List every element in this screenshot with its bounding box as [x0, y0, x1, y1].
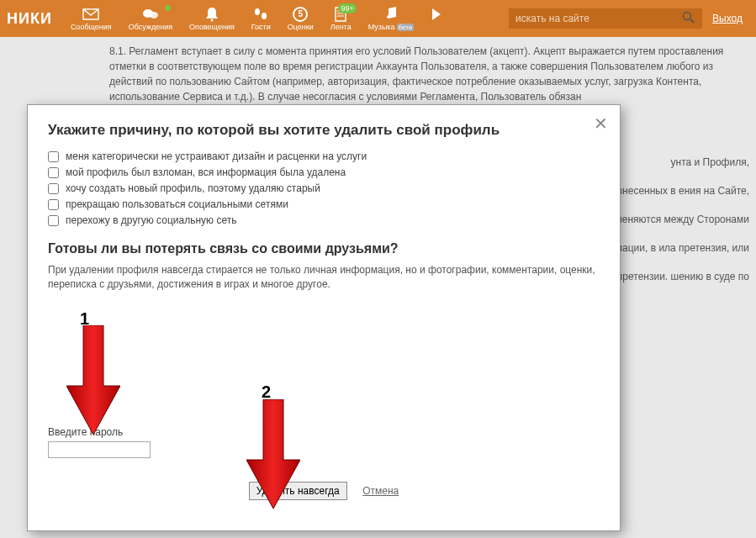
svg-point-4: [255, 8, 260, 15]
feed-badge: 99+: [338, 3, 356, 13]
nav-messages[interactable]: Сообщения: [62, 5, 120, 33]
reason-checkbox[interactable]: [48, 151, 59, 162]
music-icon: [383, 7, 399, 22]
reason-checkbox[interactable]: [48, 199, 59, 210]
search-container: Выход: [509, 8, 749, 29]
svg-point-3: [210, 18, 213, 21]
logo-fragment: НИКИ: [7, 10, 52, 28]
reason-checkbox[interactable]: [48, 167, 59, 178]
reason-label: прекращаю пользоваться социальными сетям…: [66, 198, 288, 210]
nav-label: Лента: [330, 23, 352, 31]
reason-label: меня категорически не устраивают дизайн …: [66, 150, 367, 162]
reason-option[interactable]: меня категорически не устраивают дизайн …: [48, 150, 600, 162]
reason-option[interactable]: прекращаю пользоваться социальными сетям…: [48, 198, 600, 210]
svg-line-11: [690, 19, 694, 23]
nav-notifications[interactable]: Оповещения: [181, 5, 243, 33]
nav-ratings[interactable]: 5 Оценки: [279, 5, 322, 33]
nav-guests[interactable]: Гости: [243, 5, 279, 33]
notification-dot-icon: [165, 5, 171, 11]
chat-icon: [142, 7, 159, 22]
modal-warning-text: При удалении профиля навсегда стирается …: [48, 263, 600, 292]
delete-profile-modal: ✕ Укажите причину, по которой вы хотите …: [27, 104, 621, 531]
bell-icon: [204, 7, 220, 22]
reason-option[interactable]: хочу создать новый профиль, поэтому удал…: [48, 182, 600, 194]
nav-label: Оценки: [288, 23, 314, 31]
reason-label: перехожу в другую социальную сеть: [66, 214, 236, 226]
nav-label: Гости: [251, 23, 271, 31]
close-icon[interactable]: ✕: [594, 113, 608, 134]
nav-label: Музыкабета: [368, 23, 415, 31]
password-label: Введите пароль: [48, 426, 600, 438]
reason-checkbox[interactable]: [48, 183, 59, 194]
nav-feed[interactable]: 99+ Лента: [322, 5, 360, 33]
play-icon: [426, 7, 442, 22]
ratings-count-icon: 5: [292, 7, 309, 22]
reason-option[interactable]: мой профиль был взломан, вся информация …: [48, 166, 600, 178]
svg-point-5: [262, 13, 267, 19]
svg-point-2: [150, 12, 158, 18]
password-input[interactable]: [48, 441, 151, 458]
modal-subtitle: Готовы ли вы потерять связь со своими др…: [48, 241, 600, 256]
annotation-arrow-1: [66, 325, 120, 435]
footsteps-icon: [252, 7, 269, 22]
logout-link[interactable]: Выход: [712, 13, 743, 24]
reason-label: мой профиль был взломан, вся информация …: [66, 166, 346, 178]
nav-label: [433, 23, 436, 31]
nav-label: Сообщения: [71, 23, 112, 31]
reason-checkbox[interactable]: [48, 215, 59, 226]
nav-discussions[interactable]: Обсуждения: [120, 5, 181, 33]
annotation-arrow-2: [246, 399, 300, 509]
reason-option[interactable]: перехожу в другую социальную сеть: [48, 214, 600, 226]
cancel-link[interactable]: Отмена: [362, 485, 399, 497]
nav-music[interactable]: Музыкабета: [360, 5, 423, 33]
beta-tag: бета: [397, 24, 415, 31]
nav-play[interactable]: [422, 5, 446, 33]
modal-title: Укажите причину, по которой вы хотите уд…: [48, 122, 600, 139]
reason-label: хочу создать новый профиль, поэтому удал…: [66, 182, 320, 194]
search-icon[interactable]: [682, 11, 697, 26]
svg-point-10: [684, 13, 691, 20]
top-navigation: НИКИ Сообщения Обсуждения Оповещения Гос…: [0, 0, 756, 37]
search-input[interactable]: [509, 8, 702, 29]
nav-label: Обсуждения: [129, 23, 172, 31]
envelope-icon: [82, 7, 99, 22]
modal-actions: Удалить навсегда Отмена: [48, 482, 600, 500]
nav-label: Оповещения: [189, 23, 235, 31]
